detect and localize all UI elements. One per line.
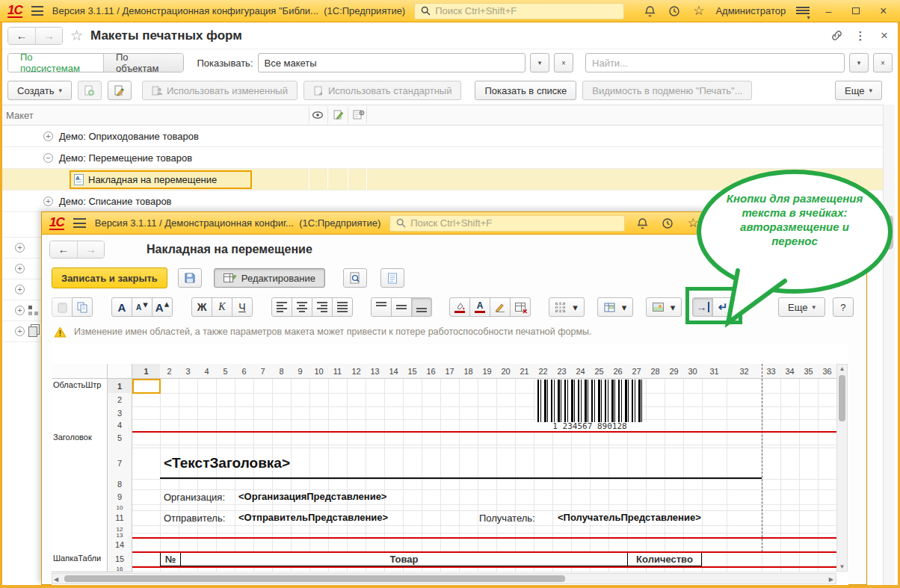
tree-header[interactable]: Макет: [0, 105, 883, 126]
save-icon[interactable]: [178, 268, 202, 288]
column-header[interactable]: 26: [608, 364, 628, 379]
column-header[interactable]: 25: [590, 364, 609, 379]
row-header[interactable]: 2: [108, 393, 132, 407]
cell-receiver-value[interactable]: <ПолучательПредставление>: [558, 512, 701, 523]
back-icon[interactable]: ←: [8, 28, 35, 44]
selected-template-cell[interactable]: AНакладная на перемещение: [70, 170, 252, 189]
column-header[interactable]: 34: [780, 364, 800, 379]
cell-num-header[interactable]: №: [160, 552, 181, 566]
row-header[interactable]: 9: [108, 489, 132, 505]
column-header[interactable]: 10: [309, 364, 329, 379]
eye-icon[interactable]: [312, 110, 324, 123]
column-header[interactable]: 33: [762, 364, 781, 379]
tree-row-partial[interactable]: +: [0, 279, 41, 300]
row-header[interactable]: 5: [108, 431, 132, 445]
tab-by-objects[interactable]: По объектам: [103, 54, 183, 72]
expand-icon[interactable]: +: [43, 196, 53, 206]
spreadsheet[interactable]: 1234567891011121314151617181920212223242…: [52, 344, 848, 585]
service-menu-icon[interactable]: [795, 3, 810, 19]
column-header[interactable]: 1: [132, 364, 161, 379]
collapse-icon[interactable]: −: [43, 153, 53, 163]
row-header[interactable]: 8: [108, 479, 132, 490]
notifications-bell-icon[interactable]: [642, 3, 658, 19]
get-link-icon[interactable]: [828, 28, 845, 44]
use-modified-button[interactable]: Использовать измененный: [142, 81, 298, 100]
paste-format-icon[interactable]: [52, 297, 73, 317]
more-kebab-icon[interactable]: ⋮: [852, 28, 869, 44]
current-user[interactable]: Администратор: [715, 5, 786, 16]
find-clear-icon[interactable]: ×: [873, 53, 893, 72]
table-properties-icon[interactable]: ▾: [597, 297, 633, 317]
column-header[interactable]: 31: [702, 364, 727, 379]
tab-by-subsystems[interactable]: По подсистемам: [8, 54, 103, 72]
column-header[interactable]: 15: [403, 364, 422, 379]
column-header[interactable]: 12: [347, 364, 366, 379]
border-color-icon[interactable]: [490, 297, 511, 317]
history-icon[interactable]: [667, 3, 682, 19]
column-header[interactable]: 18: [459, 364, 478, 379]
column-header[interactable]: 28: [646, 364, 665, 379]
column-header[interactable]: 9: [291, 364, 310, 379]
column-header[interactable]: 32: [727, 364, 762, 379]
print-preview-icon[interactable]: [343, 268, 367, 288]
forward-icon[interactable]: →: [35, 28, 62, 44]
cell-sender-label[interactable]: Отправитель:: [164, 513, 225, 524]
sheet-vscrollbar[interactable]: ▲ ▼: [836, 364, 848, 572]
cell-org-value[interactable]: <ОрганизацияПредставление>: [238, 491, 386, 502]
row-header[interactable]: 7: [108, 448, 132, 480]
visibility-print-submenu-button[interactable]: Видимость в подменю "Печать"...: [582, 81, 752, 100]
show-dropdown-icon[interactable]: ▾: [530, 53, 549, 72]
valign-bottom-icon[interactable]: [411, 297, 432, 317]
align-left-icon[interactable]: [271, 297, 292, 317]
history-icon[interactable]: [659, 215, 676, 232]
expand-icon[interactable]: +: [15, 306, 25, 315]
column-header[interactable]: 27: [627, 364, 647, 379]
close-icon[interactable]: ×: [874, 3, 893, 19]
column-header[interactable]: 5: [216, 364, 235, 379]
column-header[interactable]: 23: [552, 364, 572, 379]
column-header[interactable]: 13: [366, 364, 385, 379]
valign-top-icon[interactable]: [371, 297, 392, 317]
more-button[interactable]: Еще▾: [835, 81, 882, 100]
column-header[interactable]: 30: [683, 364, 703, 379]
hamburger-icon[interactable]: [31, 6, 43, 16]
scroll-left-icon[interactable]: ◀: [54, 576, 58, 583]
close-form-icon[interactable]: ×: [876, 28, 893, 44]
save-and-close-button[interactable]: Записать и закрыть: [52, 267, 167, 288]
column-header[interactable]: 8: [272, 364, 292, 379]
find-dropdown-icon[interactable]: ▾: [849, 53, 869, 72]
column-header[interactable]: 29: [665, 364, 684, 379]
column-header[interactable]: 4: [197, 364, 217, 379]
hamburger-icon[interactable]: [73, 218, 86, 228]
column-header[interactable]: 16: [422, 364, 441, 379]
fill-color-icon[interactable]: [449, 297, 470, 317]
font-larger-icon[interactable]: A▴: [152, 297, 173, 317]
area-name-cell[interactable]: ОбластьШтр: [52, 379, 108, 432]
notifications-bell-icon[interactable]: [634, 215, 650, 232]
scroll-right-icon[interactable]: ▶: [829, 576, 833, 583]
cell-org-label[interactable]: Организация:: [164, 492, 225, 503]
edit-mode-toggle[interactable]: Редактирование: [214, 268, 325, 288]
clear-format-icon[interactable]: [510, 297, 531, 317]
back-icon[interactable]: ←: [50, 241, 77, 258]
scrollbar-thumb[interactable]: [839, 375, 845, 421]
expand-icon[interactable]: +: [15, 285, 25, 294]
column-header[interactable]: 35: [799, 364, 819, 379]
borders-icon[interactable]: ▾: [549, 297, 585, 317]
scrollbar-thumb[interactable]: [64, 575, 565, 582]
column-header[interactable]: 3: [179, 364, 198, 379]
tree-row-partial[interactable]: [0, 217, 41, 238]
maximize-icon[interactable]: [847, 3, 866, 19]
tree-row[interactable]: −Демо: Перемещение товаров: [0, 147, 883, 169]
row-header[interactable]: 15: [108, 552, 132, 566]
column-header[interactable]: 17: [440, 364, 460, 379]
column-header[interactable]: 21: [515, 364, 534, 379]
column-header[interactable]: 7: [253, 364, 273, 379]
use-standard-button[interactable]: Использовать стандартный: [303, 81, 462, 100]
tree-row-partial[interactable]: +: [0, 300, 41, 321]
favorite-star-icon[interactable]: ☆: [70, 27, 83, 44]
insert-picture-icon[interactable]: ▾: [646, 297, 682, 317]
tree-row-partial[interactable]: +: [0, 238, 41, 259]
favorites-star-icon[interactable]: ☆: [691, 3, 707, 19]
tree-row[interactable]: +Демо: Оприходование товаров: [0, 126, 883, 147]
